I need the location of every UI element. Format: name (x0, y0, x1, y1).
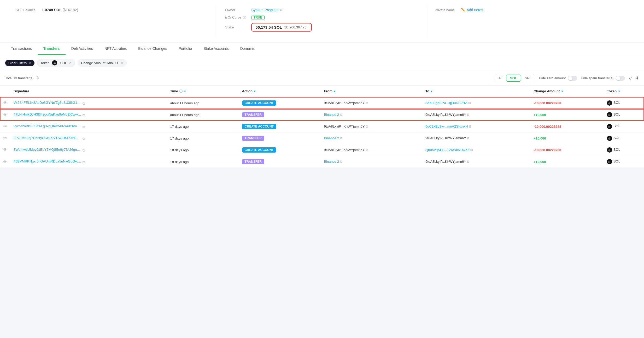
action-filter-icon[interactable]: ▼ (253, 90, 256, 93)
to-value: 9tuA8LkyiP...KhWYjamn6Y (425, 136, 466, 140)
from-link[interactable]: Binance 2 (324, 160, 339, 164)
copy-icon[interactable]: ⧉ (467, 113, 469, 117)
eye-toggle[interactable]: 👁 (0, 121, 10, 132)
token-filter-x[interactable]: ✕ (69, 61, 72, 65)
tabs-bar: Transactions Transfers Defi Activities N… (0, 43, 644, 55)
eye-icon[interactable]: 👁 (3, 136, 7, 140)
eye-toggle[interactable]: 👁 (0, 97, 10, 109)
total-info-icon: ⓘ (36, 76, 39, 80)
copy-icon[interactable]: ⧉ (366, 148, 368, 152)
clear-filters-chip[interactable]: Clear Filters ✕ (5, 60, 34, 66)
action-badge: TRANSFER (242, 112, 264, 117)
copy-icon[interactable]: ⧉ (83, 113, 85, 117)
amount-sort-icon[interactable]: ▼ (561, 90, 564, 93)
to-link[interactable]: 6uC2xEL3yv...mnA2SkxnkH (425, 124, 468, 128)
eye-toggle[interactable]: 👁 (0, 109, 10, 121)
copy-icon[interactable]: ⧉ (83, 101, 85, 105)
th-token: Token ▼ (604, 86, 644, 97)
copy-icon[interactable]: ⧉ (280, 8, 282, 12)
system-program-link[interactable]: System Program ⧉ (251, 8, 282, 12)
signature-link[interactable]: 3WpmwtjUMoy91EbY7MQS5o6yJTA26gnQKsS7V... (14, 148, 81, 152)
signature-link[interactable]: 47LHiHmkDJH3f34sociNgKag9eMdZjCwwVj3wgS.… (14, 112, 81, 116)
sol-token-icon: ◎ (607, 100, 612, 106)
eye-toggle[interactable]: 👁 (0, 144, 10, 156)
token-value: SOL (613, 159, 620, 163)
time-sort-icon[interactable]: 🕐 (179, 89, 183, 93)
signature-link[interactable]: 3PGRee3bj7C5btyCGxkXrvTSGUSP9fNJa6aviiUG… (14, 136, 81, 140)
action-badge: CREATE ACCOUNT (242, 147, 276, 153)
table-row: 👁Vx2S4FEL6x3AuDe8GYNcfZg3uSU3i6G1yCzWm5d… (0, 97, 644, 109)
tab-balance-changes[interactable]: Balance Changes (132, 43, 173, 55)
tab-stake-accounts[interactable]: Stake Accounts (198, 43, 235, 55)
copy-icon[interactable]: ⧉ (467, 136, 469, 140)
eye-toggle[interactable]: 👁 (0, 156, 10, 168)
top-section: SOL Balance 1.0748 SOL ($147.82) Owner S… (0, 0, 644, 43)
signature-link[interactable]: 45BVMRKNgxr6nGAUmRDua5uNwGqGytgyfqLndx..… (14, 159, 81, 163)
copy-icon[interactable]: ⧉ (467, 160, 469, 164)
transfers-table-container: Signature Time 🕐 ▼ Action ▼ (0, 86, 644, 168)
eye-icon[interactable]: 👁 (3, 159, 7, 164)
from-value: 9tuA8LkyiP...KhWYjamn6Y (324, 148, 365, 152)
copy-icon[interactable]: ⧉ (468, 101, 471, 105)
copy-icon[interactable]: ⧉ (83, 148, 85, 152)
filter-icon[interactable]: ▽ (629, 76, 632, 81)
token-filter-buttons: All SOL SPL (495, 74, 535, 82)
copy-icon[interactable]: ⧉ (83, 137, 85, 141)
signature-link[interactable]: Vx2S4FEL6x3AuDe8GYNcfZg3uSU3i6G1yCzWm5d.… (14, 101, 81, 105)
copy-icon[interactable]: ⧉ (366, 101, 368, 105)
table-row: 👁3WpmwtjUMoy91EbY7MQS5o6yJTA26gnQKsS7V..… (0, 144, 644, 156)
table-row: 👁47LHiHmkDJH3f34sociNgKag9eMdZjCwwVj3wgS… (0, 109, 644, 121)
copy-icon[interactable]: ⧉ (340, 136, 342, 140)
tab-nft[interactable]: NFT Activities (99, 43, 132, 55)
eye-icon[interactable]: 👁 (3, 148, 7, 152)
token-filter-chip[interactable]: Token: ◎ SOL ✕ (37, 59, 75, 67)
tab-domains[interactable]: Domains (235, 43, 260, 55)
download-icon[interactable]: ⬇ (635, 76, 639, 81)
private-name-card: Private name ✏️ Add notes (427, 5, 636, 37)
copy-icon[interactable]: ⧉ (470, 148, 473, 152)
table-row: 👁45BVMRKNgxr6nGAUmRDua5uNwGqGytgyfqLndx.… (0, 156, 644, 168)
stake-label: Stake (225, 25, 249, 29)
sol-balance-value: 1.0748 SOL ($147.82) (42, 8, 78, 12)
time-filter-icon[interactable]: ▼ (184, 90, 186, 93)
owner-label: Owner (225, 8, 249, 12)
copy-icon[interactable]: ⧉ (83, 125, 85, 129)
eye-icon[interactable]: 👁 (3, 124, 7, 129)
change-amount-filter-chip[interactable]: Change Amount: Min 0.1 ✕ (78, 59, 126, 67)
tab-transfers[interactable]: Transfers (38, 43, 66, 55)
from-filter-icon[interactable]: ▼ (333, 90, 336, 93)
th-time: Time 🕐 ▼ (167, 86, 239, 97)
th-action: Action ▼ (239, 86, 321, 97)
from-value: 9tuA8LkyiP...KhWYjamn6Y (324, 124, 365, 128)
eye-toggle[interactable]: 👁 (0, 132, 10, 144)
copy-icon[interactable]: ⧉ (340, 160, 342, 164)
token-sort-icon[interactable]: ▼ (618, 90, 620, 93)
all-btn[interactable]: All (495, 75, 506, 81)
copy-icon[interactable]: ⧉ (83, 160, 85, 164)
clear-filters-x[interactable]: ✕ (29, 61, 31, 65)
to-link[interactable]: AahuEgeEPX...qjBuDS2fTA (425, 101, 467, 105)
change-amount-x[interactable]: ✕ (121, 61, 123, 65)
stake-value-box: 50,173.54 SOL ($6,900,367.76) (251, 23, 312, 32)
filters-bar: Clear Filters ✕ Token: ◎ SOL ✕ Change Am… (0, 55, 644, 71)
to-link[interactable]: 8jbuMYjSLE...12XWkNUUXd (425, 148, 469, 152)
tab-defi[interactable]: Defi Activities (66, 43, 99, 55)
copy-icon[interactable]: ⧉ (366, 124, 368, 128)
hide-spam-toggle[interactable] (616, 76, 625, 81)
add-notes-link[interactable]: ✏️ Add notes (461, 8, 483, 12)
from-link[interactable]: Binance 2 (324, 136, 339, 140)
spl-btn[interactable]: SPL (521, 75, 535, 81)
from-link[interactable]: Binance 2 (324, 113, 339, 117)
sol-btn[interactable]: SOL (506, 75, 521, 82)
summary-controls: All SOL SPL Hide zero amount Hide spam t… (495, 74, 639, 82)
tab-portfolio[interactable]: Portfolio (173, 43, 198, 55)
copy-icon[interactable]: ⧉ (340, 113, 342, 117)
hide-zero-toggle[interactable] (568, 76, 577, 81)
owner-card: Owner System Program ⧉ isOnCurve ⓘ TRUE … (217, 5, 427, 37)
tab-transactions[interactable]: Transactions (5, 43, 38, 55)
eye-icon[interactable]: 👁 (3, 101, 7, 105)
signature-link[interactable]: vyxrP2oBkiu6SYAFg3xgQbP24rRwPk3PoKgqQrjt… (14, 124, 81, 128)
to-filter-icon[interactable]: ▼ (430, 90, 433, 93)
copy-icon[interactable]: ⧉ (469, 124, 471, 128)
eye-icon[interactable]: 👁 (3, 112, 7, 117)
